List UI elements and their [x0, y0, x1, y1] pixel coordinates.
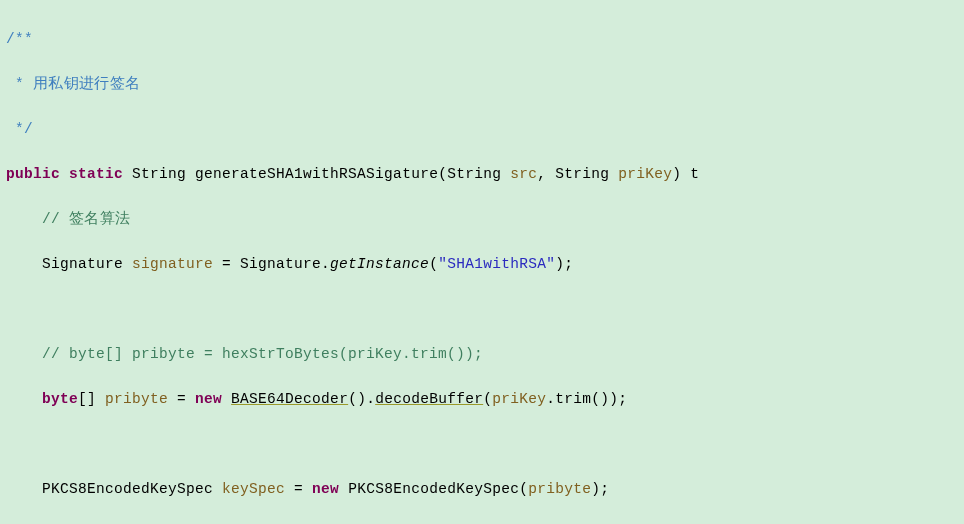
- truncated: t: [690, 166, 699, 182]
- string-literal: "SHA1withRSA": [438, 256, 555, 272]
- line-comment: // byte[] pribyte = hexStrToBytes(priKey…: [42, 346, 483, 362]
- code-line: [2, 433, 964, 455]
- deprecated-method: decodeBuffer: [375, 391, 483, 407]
- code-line: PKCS8EncodedKeySpec keySpec = new PKCS8E…: [2, 478, 964, 500]
- local-ref: pribyte: [528, 481, 591, 497]
- param-type: String: [447, 166, 501, 182]
- line-comment: // 签名算法: [42, 211, 130, 227]
- code-line: // 签名算法: [2, 208, 964, 230]
- code-line: [2, 298, 964, 320]
- code-line: */: [2, 118, 964, 140]
- return-type: String: [132, 166, 186, 182]
- keyword-byte: byte: [42, 391, 78, 407]
- code-line: /**: [2, 28, 964, 50]
- keyword-static: static: [69, 166, 123, 182]
- local-var: pribyte: [105, 391, 168, 407]
- param-type: String: [555, 166, 609, 182]
- keyword-public: public: [6, 166, 60, 182]
- local-var: signature: [132, 256, 213, 272]
- type: PKCS8EncodedKeySpec: [348, 481, 519, 497]
- param-name: priKey: [618, 166, 672, 182]
- type: PKCS8EncodedKeySpec: [42, 481, 213, 497]
- static-method: getInstance: [330, 256, 429, 272]
- param-name: src: [510, 166, 537, 182]
- local-var: keySpec: [222, 481, 285, 497]
- type: Signature: [42, 256, 123, 272]
- javadoc-body: * 用私钥进行签名: [6, 76, 140, 92]
- javadoc-end: */: [6, 121, 33, 137]
- deprecated-class: BASE64Decoder: [231, 391, 348, 407]
- code-editor[interactable]: /** * 用私钥进行签名 */ public static String ge…: [0, 0, 964, 524]
- code-line: * 用私钥进行签名: [2, 73, 964, 95]
- code-line: Signature signature = Signature.getInsta…: [2, 253, 964, 275]
- param-ref: priKey: [492, 391, 546, 407]
- type: Signature: [240, 256, 321, 272]
- javadoc-start: /**: [6, 31, 33, 47]
- method: trim: [555, 391, 591, 407]
- code-line: // byte[] pribyte = hexStrToBytes(priKey…: [2, 343, 964, 365]
- code-line: public static String generateSHA1withRSA…: [2, 163, 964, 185]
- method-name: generateSHA1withRSASigature: [195, 166, 438, 182]
- keyword-new: new: [195, 391, 222, 407]
- code-line: byte[] pribyte = new BASE64Decoder().dec…: [2, 388, 964, 410]
- keyword-new: new: [312, 481, 339, 497]
